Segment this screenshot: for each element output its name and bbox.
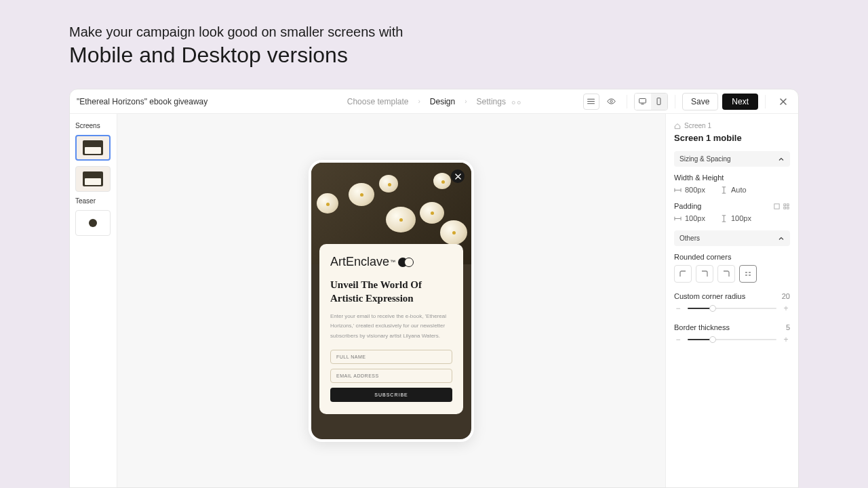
brand-logo: ArtEnclave™ [330, 255, 452, 269]
canvas[interactable]: ArtEnclave™ Unveil The World Of Artistic… [117, 114, 665, 487]
campaign-name: "Ethereal Horizons" ebook giveaway [77, 97, 208, 106]
subscribe-button[interactable]: SUBSCRIBE [330, 388, 452, 402]
corner-tl-icon [679, 270, 687, 278]
close-icon [779, 98, 787, 106]
width-icon [674, 186, 682, 194]
brand-mark-icon [398, 258, 414, 267]
slider-track[interactable] [688, 339, 776, 340]
svg-rect-4 [784, 203, 786, 205]
padding-vertical-field[interactable]: 100px [720, 214, 751, 222]
page-subtitle: Make your campaign look good on smaller … [69, 24, 799, 40]
height-field[interactable]: Auto [720, 186, 747, 194]
home-icon [674, 123, 681, 129]
width-height-label: Width & Height [674, 174, 790, 182]
slider-track[interactable] [688, 308, 776, 309]
corner-br-icon [722, 270, 730, 278]
padding-row: 100px 100px [674, 214, 790, 222]
divider [627, 95, 627, 108]
padding-h-icon [674, 215, 682, 222]
width-height-row: 800px Auto [674, 186, 790, 194]
teaser-thumb[interactable] [75, 210, 111, 236]
border-thickness-slider: − + [674, 336, 790, 344]
svg-rect-7 [787, 207, 789, 209]
padding-linked-icon[interactable] [773, 203, 781, 210]
phone-preview: ArtEnclave™ Unveil The World Of Artistic… [309, 160, 474, 442]
corner-br-button[interactable] [717, 265, 735, 283]
sizing-spacing-section[interactable]: Sizing & Spacing [674, 151, 790, 167]
popup-close-button[interactable] [451, 169, 465, 183]
plus-button[interactable]: + [782, 336, 790, 344]
page-title: Mobile and Desktop versions [69, 43, 799, 68]
padding-horizontal-field[interactable]: 100px [674, 214, 705, 222]
rounded-corners-label: Rounded corners [674, 253, 790, 261]
topbar: "Ethereal Horizons" ebook giveaway Choos… [70, 89, 798, 114]
svg-rect-5 [787, 203, 789, 205]
svg-rect-1 [639, 98, 646, 103]
preview-button[interactable] [604, 94, 620, 110]
others-section[interactable]: Others [674, 230, 790, 246]
app-body: Screens Teaser [70, 114, 798, 487]
chevron-right-icon: › [465, 98, 467, 105]
border-thickness-label: Border thickness 5 [674, 323, 790, 331]
topbar-right: Save Next [583, 93, 791, 110]
popup-title: Unveil The World Of Artistic Expression [330, 279, 452, 305]
teaser-label: Teaser [75, 197, 111, 205]
desktop-view-button[interactable] [635, 94, 651, 110]
corner-all-icon [744, 270, 752, 278]
popup-description: Enter your email to receive the e-book, … [330, 312, 452, 341]
width-field[interactable]: 800px [674, 186, 705, 194]
screen-thumb-2[interactable] [75, 166, 111, 192]
corner-tl-button[interactable] [674, 265, 692, 283]
minus-button[interactable]: − [674, 304, 682, 312]
divider [675, 95, 675, 108]
svg-rect-3 [774, 203, 779, 208]
chevron-up-icon [778, 156, 785, 163]
corner-tr-button[interactable] [696, 265, 713, 283]
email-input[interactable] [330, 369, 452, 383]
sidebar: Screens Teaser [70, 114, 117, 487]
divider [765, 95, 766, 108]
custom-radius-label: Custom corner radius 20 [674, 292, 790, 300]
corner-tr-icon [701, 270, 709, 278]
plus-button[interactable]: + [782, 304, 790, 312]
mobile-icon [654, 97, 663, 106]
layers-button[interactable] [583, 94, 599, 110]
padding-label: Padding [674, 202, 790, 210]
marketing-header: Make your campaign look good on smaller … [0, 0, 868, 81]
chevron-up-icon [778, 235, 785, 242]
desktop-icon [638, 97, 647, 106]
svg-rect-6 [784, 207, 786, 209]
full-name-input[interactable] [330, 350, 452, 364]
inspector: Screen 1 Screen 1 mobile Sizing & Spacin… [665, 114, 798, 487]
inspector-breadcrumb[interactable]: Screen 1 [674, 122, 790, 129]
mobile-view-button[interactable] [651, 94, 667, 110]
screens-label: Screens [75, 122, 111, 129]
app-window: "Ethereal Horizons" ebook giveaway Choos… [69, 89, 799, 488]
chevron-right-icon: › [418, 98, 420, 105]
crumb-design[interactable]: Design [430, 97, 455, 106]
padding-v-icon [720, 215, 728, 222]
minus-button[interactable]: − [674, 336, 682, 344]
device-toggle [634, 93, 668, 110]
save-button[interactable]: Save [682, 93, 718, 110]
slider-thumb[interactable] [709, 336, 716, 343]
custom-radius-slider: − + [674, 304, 790, 312]
eye-icon [607, 97, 616, 106]
corner-buttons [674, 265, 790, 283]
svg-rect-2 [658, 98, 661, 105]
layers-icon [587, 97, 595, 106]
screen-thumb-1[interactable] [75, 135, 111, 161]
close-icon [455, 174, 461, 180]
crumb-settings[interactable]: Settings [477, 97, 521, 106]
breadcrumbs: Choose template › Design › Settings [347, 97, 521, 106]
slider-thumb[interactable] [709, 305, 716, 312]
popup-card: ArtEnclave™ Unveil The World Of Artistic… [319, 244, 463, 414]
svg-point-0 [610, 100, 612, 102]
inspector-title: Screen 1 mobile [674, 133, 790, 143]
crumb-choose-template[interactable]: Choose template [347, 97, 409, 106]
corner-all-button[interactable] [739, 265, 757, 283]
close-button[interactable] [775, 94, 791, 110]
next-button[interactable]: Next [722, 94, 758, 110]
step-dots-icon [512, 101, 521, 104]
padding-individual-icon[interactable] [783, 203, 790, 210]
